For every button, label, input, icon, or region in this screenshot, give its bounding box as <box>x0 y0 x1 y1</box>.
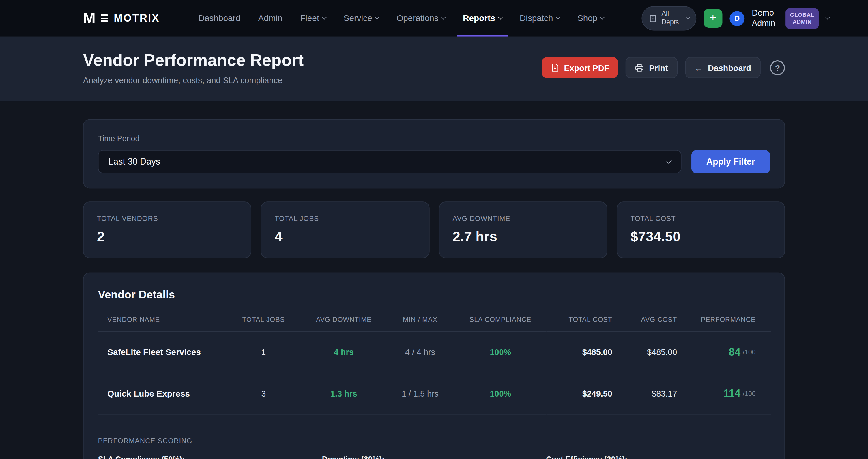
help-button[interactable]: ? <box>770 60 785 75</box>
role-badge: GLOBAL ADMIN <box>785 8 819 29</box>
table-row-cell-total-jobs: 1 <box>225 331 302 373</box>
table-row-cell-min-max: 4 / 4 hrs <box>386 331 455 373</box>
time-period-label: Time Period <box>98 134 770 143</box>
page-header: Vendor Performance Report Analyze vendor… <box>0 37 868 101</box>
export-pdf-icon <box>551 63 559 72</box>
column-header-total-jobs: TOTAL JOBS <box>225 315 302 332</box>
printer-icon <box>635 63 644 72</box>
main-nav-links: Dashboard Admin Fleet Service Operations… <box>190 0 613 37</box>
vendor-table: VENDOR NAME TOTAL JOBS AVG DOWNTIME MIN … <box>98 315 770 415</box>
back-arrow-icon: ← <box>694 63 703 72</box>
chevron-down-icon <box>686 15 690 19</box>
question-mark-icon: ? <box>775 63 780 72</box>
back-to-dashboard-button[interactable]: ← Dashboard <box>685 57 761 78</box>
column-header-total-cost: TOTAL COST <box>546 315 612 332</box>
column-header-min-max: MIN / MAX <box>386 315 455 332</box>
column-header-vendor-name: VENDOR NAME <box>98 315 225 332</box>
main-content: Time Period Last 30 Days Apply Filter TO… <box>0 101 868 459</box>
nav-item-dashboard[interactable]: Dashboard <box>190 0 249 37</box>
nav-right-cluster: All Depts + D Demo Admin GLOBAL ADMIN <box>642 6 829 30</box>
stat-label: TOTAL VENDORS <box>97 214 238 222</box>
stats-grid: TOTAL VENDORS 2 TOTAL JOBS 4 AVG DOWNTIM… <box>83 201 785 258</box>
table-row-cell-avg-downtime: 4 hrs <box>302 331 386 373</box>
nav-item-service[interactable]: Service <box>335 0 388 37</box>
chevron-down-icon <box>498 15 503 19</box>
user-menu-chevron-icon[interactable] <box>825 15 830 19</box>
stat-label: TOTAL JOBS <box>275 214 415 222</box>
time-period-select[interactable]: Last 30 Days <box>98 150 682 173</box>
table-row-cell-min-max: 1 / 1.5 hrs <box>386 373 455 415</box>
table-row-cell-total-jobs: 3 <box>225 373 302 415</box>
stat-label: AVG DOWNTIME <box>453 214 593 222</box>
table-row-cell-sla-compliance: 100% <box>455 373 546 415</box>
brand-name: MOTRIX <box>114 12 160 24</box>
brand-logo[interactable]: M MOTRIX <box>83 11 160 26</box>
page: M MOTRIX Dashboard Admin Fleet Service O… <box>0 0 868 459</box>
vendor-details-card: Vendor Details VENDOR NAME TOTAL JOBS AV… <box>83 272 785 459</box>
filter-card: Time Period Last 30 Days Apply Filter <box>83 119 785 188</box>
stat-card-avg-downtime: AVG DOWNTIME 2.7 hrs <box>439 201 607 258</box>
chevron-down-icon <box>375 15 379 19</box>
table-row-cell-vendor-name: SafeLite Fleet Services <box>98 331 225 373</box>
nav-item-reports[interactable]: Reports <box>454 0 511 37</box>
chevron-down-icon <box>556 15 560 19</box>
column-header-sla-compliance: SLA COMPLIANCE <box>455 315 546 332</box>
stat-value: 4 <box>275 228 415 245</box>
stat-label: TOTAL COST <box>630 214 771 222</box>
page-subtitle: Analyze vendor downtime, costs, and SLA … <box>83 75 542 85</box>
quick-add-button[interactable]: + <box>704 9 722 28</box>
stat-value: $734.50 <box>630 228 771 245</box>
table-row-cell-avg-cost: $83.17 <box>612 373 677 415</box>
stat-value: 2 <box>97 228 238 245</box>
motrix-logo-icon: M <box>83 11 95 26</box>
nav-item-fleet[interactable]: Fleet <box>291 0 335 37</box>
user-name[interactable]: Demo Admin <box>752 8 778 29</box>
performance-scoring-section: PERFORMANCE SCORING SLA Compliance (50%)… <box>98 437 770 459</box>
stat-value: 2.7 hrs <box>453 228 593 245</box>
table-row-cell-performance: 84 /100 <box>677 331 771 373</box>
chevron-down-icon <box>441 15 446 19</box>
building-icon <box>649 14 657 23</box>
motrix-logo-bars-icon <box>100 14 107 22</box>
print-button[interactable]: Print <box>626 57 678 78</box>
table-row-cell-sla-compliance: 100% <box>455 331 546 373</box>
vendor-details-title: Vendor Details <box>98 288 770 301</box>
time-period-selected-value: Last 30 Days <box>108 156 160 166</box>
page-header-titles: Vendor Performance Report Analyze vendor… <box>83 51 542 84</box>
scoring-item-downtime: Downtime (30%): <box>322 454 546 459</box>
stat-card-total-cost: TOTAL COST $734.50 <box>617 201 785 258</box>
nav-item-shop[interactable]: Shop <box>568 0 613 37</box>
department-selector-label: All Depts <box>661 9 682 27</box>
scoring-item-cost-efficiency: Cost Efficiency (20%): <box>546 454 770 459</box>
table-row-cell-total-cost: $249.50 <box>546 373 612 415</box>
nav-item-dispatch[interactable]: Dispatch <box>511 0 568 37</box>
nav-item-operations[interactable]: Operations <box>388 0 454 37</box>
plus-icon: + <box>710 11 716 24</box>
chevron-down-icon <box>666 157 672 164</box>
page-title: Vendor Performance Report <box>83 51 542 70</box>
column-header-performance: PERFORMANCE <box>677 315 771 332</box>
export-pdf-button[interactable]: Export PDF <box>542 57 618 78</box>
chevron-down-icon <box>600 15 604 19</box>
user-avatar[interactable]: D <box>730 11 744 26</box>
stat-card-total-vendors: TOTAL VENDORS 2 <box>83 201 252 258</box>
table-row-cell-vendor-name: Quick Lube Express <box>98 373 225 415</box>
page-header-actions: Export PDF Print ← Dashboard ? <box>542 57 785 78</box>
chevron-down-icon <box>322 15 327 19</box>
stat-card-total-jobs: TOTAL JOBS 4 <box>261 201 429 258</box>
nav-item-admin[interactable]: Admin <box>249 0 291 37</box>
top-nav: M MOTRIX Dashboard Admin Fleet Service O… <box>0 0 868 37</box>
scoring-item-sla: SLA Compliance (50%): <box>98 454 322 459</box>
performance-scoring-heading: PERFORMANCE SCORING <box>98 437 770 445</box>
apply-filter-button[interactable]: Apply Filter <box>691 150 770 173</box>
table-row-cell-performance: 114 /100 <box>677 373 771 415</box>
table-row-cell-total-cost: $485.00 <box>546 331 612 373</box>
table-row-cell-avg-downtime: 1.3 hrs <box>302 373 386 415</box>
column-header-avg-cost: AVG COST <box>612 315 677 332</box>
column-header-avg-downtime: AVG DOWNTIME <box>302 315 386 332</box>
department-selector[interactable]: All Depts <box>642 6 696 30</box>
table-row-cell-avg-cost: $485.00 <box>612 331 677 373</box>
